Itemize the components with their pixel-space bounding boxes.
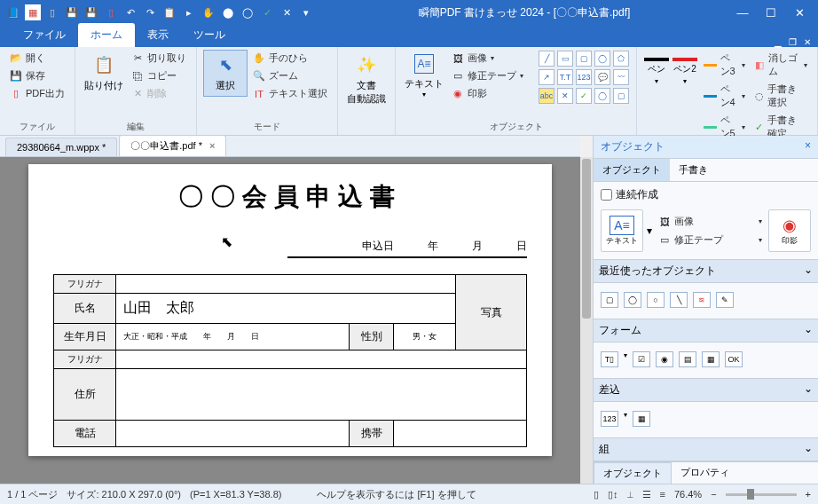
form-button-icon[interactable]: OK: [725, 351, 743, 367]
shape-check-icon[interactable]: ✓: [576, 88, 592, 104]
shape-polygon-icon[interactable]: ⬠: [613, 51, 629, 67]
shape-callout-icon[interactable]: 💬: [594, 69, 610, 85]
cell-era[interactable]: 大正・昭和・平成 年 月 日: [116, 324, 350, 350]
tab-file[interactable]: ファイル: [11, 23, 78, 47]
sp-section-form[interactable]: フォーム⌄: [594, 319, 818, 343]
sp-tab-hand[interactable]: 手書き: [670, 159, 717, 181]
sp-section-merge[interactable]: 差込⌄: [594, 378, 818, 402]
doc-tab-front[interactable]: 〇〇申込書.pdf *×: [119, 135, 226, 156]
shape-rect-icon[interactable]: ▭: [557, 51, 573, 67]
sp-ft-property[interactable]: プロパティ: [672, 462, 738, 484]
pen3-button[interactable]: ペン3▾: [701, 51, 748, 79]
vertical-scrollbar[interactable]: [580, 157, 593, 484]
form-textfield-icon[interactable]: T▯: [601, 351, 618, 367]
qt-save2-icon[interactable]: 💾: [83, 4, 99, 20]
recent-rrect-icon[interactable]: ▢: [601, 292, 618, 308]
sp-close-icon[interactable]: ×: [805, 139, 811, 154]
recent-shape-icon[interactable]: ≋: [693, 292, 711, 308]
status-icon-2[interactable]: ▯↕: [608, 489, 618, 500]
status-icon-4[interactable]: ☰: [642, 489, 651, 500]
pen2-button[interactable]: ペン2▾: [672, 51, 697, 85]
hand-button[interactable]: ✋手のひら: [250, 51, 330, 66]
qt-hand-icon[interactable]: ✋: [201, 4, 216, 20]
close-button[interactable]: ✕: [786, 3, 813, 22]
shape-field-icon[interactable]: 123: [576, 69, 592, 85]
paste-button[interactable]: 📋貼り付け: [83, 51, 125, 96]
qt-check-icon[interactable]: ✓: [259, 4, 275, 20]
pen-button[interactable]: ペン▾: [644, 51, 669, 85]
auto-recognize-button[interactable]: ✨文書自動認識: [345, 51, 388, 109]
shape-text-icon[interactable]: T.T: [557, 69, 573, 85]
tab-view[interactable]: 表示: [135, 23, 181, 47]
text-select-button[interactable]: ITテキスト選択: [250, 86, 330, 101]
qt-redo-icon[interactable]: ↷: [142, 4, 158, 20]
shape-rrect-icon[interactable]: ▢: [576, 51, 592, 67]
form-combo-icon[interactable]: ▦: [702, 351, 720, 367]
pdf-export-button[interactable]: ▯PDF出力: [7, 86, 67, 101]
qt-clipboard-icon[interactable]: 📋: [161, 4, 177, 20]
sp-stamp-tool[interactable]: ◉印影: [768, 209, 811, 252]
qt-delete-icon[interactable]: ✕: [279, 4, 295, 20]
mdi-close-icon[interactable]: ✕: [804, 37, 811, 47]
image-button[interactable]: 🖼画像▾: [449, 51, 526, 66]
sp-text-tool[interactable]: A≡テキスト: [601, 209, 643, 252]
shape-arrow-icon[interactable]: ↗: [539, 69, 555, 85]
continuous-checkbox[interactable]: 連続作成: [601, 187, 811, 202]
handwrite-select-button[interactable]: ◌手書き 選択: [751, 82, 810, 110]
tab-tool[interactable]: ツール: [181, 23, 238, 47]
sp-correction-tool[interactable]: ▭修正テープ▾: [656, 232, 765, 248]
shape-circle2-icon[interactable]: ◯: [594, 88, 610, 104]
zoom-button[interactable]: 🔍ズーム: [250, 68, 330, 83]
copy-button[interactable]: ⿻コピー: [129, 68, 189, 83]
pen4-button[interactable]: ペン4▾: [701, 82, 748, 110]
zoom-in-button[interactable]: +: [806, 489, 811, 500]
form-radio-icon[interactable]: ◉: [656, 351, 673, 367]
save-button[interactable]: 💾保存: [7, 68, 67, 83]
form-checkbox-icon[interactable]: ☑: [633, 351, 650, 367]
mdi-minimize-icon[interactable]: ▁: [775, 37, 782, 47]
shape-box-icon[interactable]: ▢: [613, 88, 629, 104]
shape-line-icon[interactable]: ╱: [539, 51, 555, 67]
recent-line-icon[interactable]: ╲: [670, 292, 688, 308]
sp-tab-object[interactable]: オブジェクト: [594, 159, 670, 181]
zoom-out-button[interactable]: −: [711, 489, 716, 500]
merge-field-icon[interactable]: 123: [601, 411, 618, 427]
sp-section-group[interactable]: 組⌄: [594, 437, 818, 461]
cell-name-value[interactable]: 山田 太郎: [116, 294, 456, 324]
qt-settings-icon[interactable]: ⬤: [220, 4, 236, 20]
shape-cross-icon[interactable]: ✕: [557, 88, 573, 104]
tab-home[interactable]: ホーム: [78, 23, 135, 47]
merge-table-icon[interactable]: ▦: [633, 411, 650, 427]
qt-pdf-icon[interactable]: ▯: [103, 4, 119, 20]
select-button[interactable]: ⬉選択: [204, 51, 247, 96]
canvas-area[interactable]: 〇〇会員申込書 申込日 年 月 日 フリガナ写真 氏名山田 太郎 生年月日大正・…: [0, 157, 580, 484]
qt-open-icon[interactable]: ▯: [44, 4, 60, 20]
status-icon-1[interactable]: ▯: [594, 489, 599, 500]
correction-button[interactable]: ▭修正テープ▾: [449, 68, 526, 83]
qt-save-icon[interactable]: 💾: [64, 4, 80, 20]
sp-section-recent[interactable]: 最近使ったオブジェクト⌄: [594, 259, 818, 283]
status-icon-5[interactable]: ≡: [660, 489, 665, 500]
cut-button[interactable]: ✂切り取り: [129, 51, 189, 66]
eraser-button[interactable]: ◧消しゴム▾: [751, 51, 810, 79]
doc-tab-back[interactable]: 29380664_m.wppx *: [5, 138, 117, 156]
sp-image-tool[interactable]: 🖼画像▾: [656, 214, 765, 229]
text-button[interactable]: A≡テキスト▾: [403, 51, 445, 102]
recent-circle-icon[interactable]: ○: [647, 292, 665, 308]
status-icon-3[interactable]: ⟂: [627, 489, 633, 500]
doc-tab-close-icon[interactable]: ×: [209, 140, 215, 151]
zoom-slider[interactable]: [726, 493, 797, 496]
sp-ft-object[interactable]: オブジェクト: [594, 462, 672, 484]
shape-bezier-icon[interactable]: 〰: [613, 69, 629, 85]
stamp-button[interactable]: ◉印影: [449, 86, 526, 101]
shape-ellipse-icon[interactable]: ◯: [594, 51, 610, 67]
recent-ellipse-icon[interactable]: ◯: [624, 292, 641, 308]
qt-app-icon[interactable]: 📘: [5, 4, 21, 20]
qt-dropdown-icon[interactable]: ▾: [298, 4, 314, 20]
delete-button[interactable]: ✕削除: [129, 86, 189, 101]
form-list-icon[interactable]: ▤: [679, 351, 696, 367]
qt-undo-icon[interactable]: ↶: [122, 4, 138, 20]
shape-highlight-icon[interactable]: abc: [539, 88, 555, 104]
maximize-button[interactable]: ☐: [758, 3, 784, 22]
cell-gender[interactable]: 男・女: [394, 324, 456, 350]
